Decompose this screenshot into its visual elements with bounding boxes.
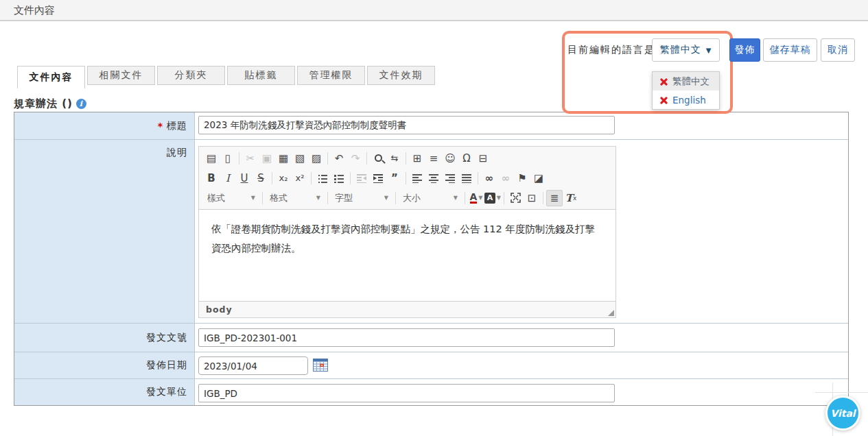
blockquote-icon[interactable]: ”: [386, 170, 403, 186]
toolbar-divider: [406, 172, 406, 184]
text-direction-icon[interactable]: ≣: [546, 190, 563, 206]
delete-x-icon[interactable]: [659, 77, 668, 86]
issuing-unit-input[interactable]: [198, 384, 615, 402]
size-dropdown[interactable]: 大小 ▼: [399, 190, 462, 206]
text-color-button[interactable]: A▼: [468, 190, 484, 206]
tab-document-content[interactable]: 文件內容: [17, 66, 85, 88]
format-dropdown[interactable]: 格式 ▼: [266, 190, 325, 206]
paste-icon[interactable]: ▦: [275, 150, 292, 167]
cancel-button[interactable]: 取消: [821, 38, 855, 62]
widget-frame-line-horizontal: [815, 392, 868, 393]
outdent-icon[interactable]: [353, 170, 370, 186]
find-icon[interactable]: [370, 150, 386, 167]
page-break-icon[interactable]: ⊟: [475, 150, 491, 167]
language-dropdown-value: 繁體中文: [660, 44, 701, 56]
vital-chat-button[interactable]: Vital: [825, 396, 860, 431]
undo-icon[interactable]: ↶: [331, 150, 347, 167]
image-icon[interactable]: ◪: [530, 170, 547, 186]
unordered-list-icon[interactable]: [331, 170, 347, 186]
editor-status-bar: body: [199, 301, 615, 317]
chevron-down-icon: ▼: [251, 195, 255, 201]
editor-toolbar-row-1: ▤ ▯ ✂ ▣ ▦ ▧ ▨ ↶ ↷: [202, 148, 613, 168]
doc-number-input[interactable]: [198, 328, 615, 347]
chevron-down-icon: ▼: [316, 195, 320, 201]
tab-permissions[interactable]: 管理權限: [297, 66, 365, 85]
paste-from-word-icon[interactable]: ▨: [308, 150, 325, 167]
unlink-icon[interactable]: ∞: [497, 170, 514, 186]
required-marker: *: [158, 121, 163, 132]
form-row-issuing-unit: 發文單位: [14, 378, 848, 405]
toolbar-divider: [395, 192, 396, 204]
indent-icon[interactable]: [370, 170, 386, 186]
editor-element-path[interactable]: body: [206, 304, 233, 315]
toolbar-divider: [465, 192, 465, 204]
new-page-icon[interactable]: ▯: [220, 150, 236, 167]
language-dropdown-button[interactable]: 繁體中文 ▼: [652, 38, 720, 62]
language-option-zh[interactable]: 繁體中文: [653, 72, 719, 90]
toolbar-divider: [262, 192, 263, 204]
title-input[interactable]: [198, 116, 615, 134]
font-dropdown[interactable]: 字型 ▼: [331, 190, 392, 206]
align-left-icon[interactable]: [409, 170, 425, 186]
preview-icon[interactable]: ▤: [203, 150, 220, 167]
editor-content-area[interactable]: 依「證卷期貨防制洗錢及打擊資內部控制要點」之規定，公告 112 年度防制洗錢及打…: [199, 210, 615, 301]
background-color-button[interactable]: A▼: [484, 190, 501, 206]
redo-icon[interactable]: ↷: [347, 150, 364, 167]
editor-toolbar: ▤ ▯ ✂ ▣ ▦ ▧ ▨ ↶ ↷: [199, 147, 615, 210]
cut-icon[interactable]: ✂: [242, 150, 259, 167]
superscript-icon[interactable]: x²: [292, 170, 308, 186]
subscript-icon[interactable]: x₂: [275, 170, 292, 186]
toolbar-divider: [350, 172, 351, 184]
issuing-unit-label: 發文單位: [146, 386, 187, 398]
chevron-down-icon: ▼: [454, 195, 458, 201]
link-icon[interactable]: ∞: [481, 170, 497, 186]
horizontal-rule-icon[interactable]: ≡: [425, 150, 442, 167]
doc-number-label: 發文文號: [146, 332, 187, 344]
toolbar-divider: [406, 152, 406, 165]
info-icon[interactable]: i: [76, 99, 86, 109]
table-icon[interactable]: ⊞: [409, 150, 425, 167]
ordered-list-icon[interactable]: [314, 170, 331, 186]
tab-related-documents[interactable]: 相關文件: [87, 66, 155, 85]
language-option-en[interactable]: English: [653, 90, 719, 109]
styles-dropdown[interactable]: 樣式 ▼: [203, 190, 259, 206]
calendar-icon[interactable]: [313, 358, 328, 372]
show-blocks-icon[interactable]: ⊡: [524, 190, 540, 206]
toolbar-divider: [543, 192, 543, 204]
bold-icon[interactable]: B: [203, 170, 220, 186]
publish-date-input[interactable]: [198, 356, 308, 375]
underline-icon[interactable]: U: [236, 170, 253, 186]
justify-icon[interactable]: [458, 170, 475, 186]
styles-dropdown-label: 樣式: [207, 192, 225, 204]
replace-icon[interactable]: ⇆: [386, 150, 403, 167]
anchor-icon[interactable]: ⚑: [514, 170, 530, 186]
tab-tags[interactable]: 貼標籤: [227, 66, 295, 85]
language-dropdown-menu: 繁體中文 English: [652, 71, 720, 110]
align-right-icon[interactable]: [442, 170, 458, 186]
paste-as-text-icon[interactable]: ▧: [292, 150, 308, 167]
copy-icon[interactable]: ▣: [259, 150, 275, 167]
tab-category-folder[interactable]: 分類夾: [157, 66, 225, 85]
issuing-unit-label-cell: 發文單位: [14, 379, 195, 405]
rich-text-editor: ▤ ▯ ✂ ▣ ▦ ▧ ▨ ↶ ↷: [198, 146, 616, 318]
toolbar-divider: [327, 192, 328, 204]
remove-format-icon[interactable]: Tx: [563, 190, 579, 206]
toolbar-divider: [478, 172, 478, 184]
strikethrough-icon[interactable]: S: [253, 170, 269, 186]
align-center-icon[interactable]: [425, 170, 442, 186]
tab-document-validity[interactable]: 文件效期: [367, 66, 435, 85]
smiley-icon[interactable]: ☺: [442, 150, 458, 167]
font-dropdown-label: 字型: [335, 192, 353, 204]
language-option-label: 繁體中文: [672, 75, 709, 88]
special-character-icon[interactable]: Ω: [458, 150, 475, 167]
delete-x-icon[interactable]: [659, 96, 668, 104]
editor-toolbar-row-2: B I U S x₂ x²: [202, 168, 613, 188]
section-title: 規章辦法 (): [14, 97, 73, 110]
editor-resize-handle[interactable]: [608, 310, 614, 316]
chevron-down-icon: ▼: [706, 47, 712, 54]
publish-button[interactable]: 發佈: [729, 38, 760, 62]
save-draft-button[interactable]: 儲存草稿: [763, 38, 817, 62]
maximize-icon[interactable]: [507, 190, 524, 206]
page-title: 文件內容: [14, 0, 55, 21]
italic-icon[interactable]: I: [220, 170, 236, 186]
